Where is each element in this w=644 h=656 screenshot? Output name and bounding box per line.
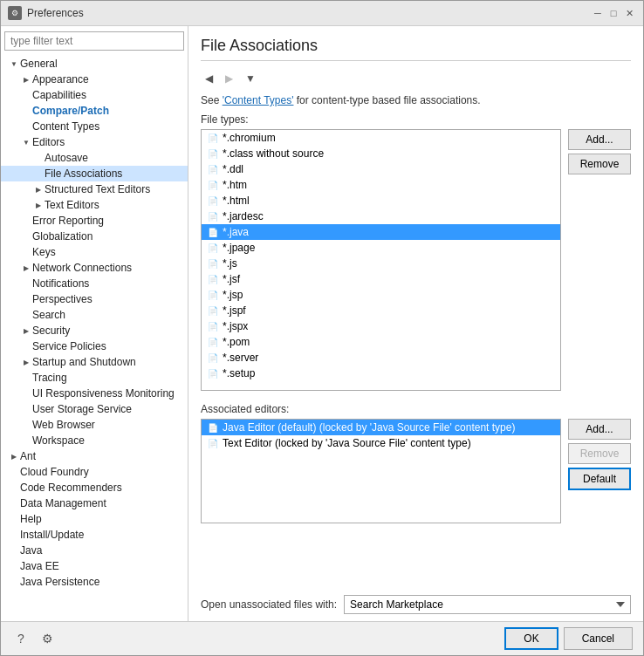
tree-item-autosave[interactable]: Autosave <box>1 150 188 166</box>
tree-item-file-associations[interactable]: File Associations <box>1 166 188 181</box>
file-type-icon: 📄 <box>207 147 219 160</box>
file-type-icon: 📄 <box>207 226 219 238</box>
assoc-editor-item[interactable]: 📄Java Editor (default) (locked by 'Java … <box>202 420 560 435</box>
back-button[interactable]: ◀ <box>201 70 217 87</box>
tree-label-compare-patch: Compare/Patch <box>32 105 109 117</box>
app-icon: ⚙ <box>8 6 22 20</box>
tree-item-notifications[interactable]: Notifications <box>1 276 188 291</box>
file-type-item[interactable]: 📄*.jsf <box>202 271 560 287</box>
tree-item-error-reporting[interactable]: Error Reporting <box>1 213 188 229</box>
tree-item-help[interactable]: Help <box>1 511 188 527</box>
file-type-item[interactable]: 📄*.html <box>202 193 560 208</box>
bottom-row: Open unassociated files with: Search Mar… <box>201 588 631 614</box>
file-remove-button[interactable]: Remove <box>568 154 631 174</box>
assoc-editor-item[interactable]: 📄Text Editor (locked by 'Java Source Fil… <box>202 435 560 451</box>
file-type-item[interactable]: 📄*.jpage <box>202 240 560 256</box>
file-add-button[interactable]: Add... <box>568 129 631 150</box>
tree-item-security[interactable]: ▶Security <box>1 323 188 338</box>
tree-item-content-types[interactable]: Content Types <box>1 119 188 134</box>
tree-item-general[interactable]: ▼General <box>1 56 188 72</box>
file-type-item[interactable]: 📄*.jspf <box>202 303 560 318</box>
assoc-label: Associated editors: <box>201 403 631 415</box>
tree-item-user-storage[interactable]: User Storage Service <box>1 401 188 417</box>
tree-item-search[interactable]: Search <box>1 307 188 323</box>
tree-item-startup-shutdown[interactable]: ▶Startup and Shutdown <box>1 354 188 370</box>
open-unassoc-dropdown[interactable]: Search MarketplaceAsk via popupSystem Ed… <box>344 595 631 614</box>
tree-arrow-structured-text-editors: ▶ <box>32 186 45 194</box>
forward-button[interactable]: ▶ <box>221 70 237 87</box>
file-type-label: *.jsp <box>223 289 243 301</box>
help-icon: ? <box>17 632 24 646</box>
filter-input[interactable] <box>4 31 184 51</box>
tree-item-globalization[interactable]: Globalization <box>1 229 188 244</box>
tree-label-keys: Keys <box>32 246 56 258</box>
tree-item-code-recommenders[interactable]: Code Recommenders <box>1 480 188 495</box>
content-area: ▼General▶AppearanceCapabilitiesCompare/P… <box>1 26 643 621</box>
minimize-button[interactable]: ─ <box>591 6 605 20</box>
tree-label-user-storage: User Storage Service <box>32 403 132 415</box>
settings-icon-button[interactable]: ⚙ <box>38 629 57 648</box>
ok-button[interactable]: OK <box>504 627 558 650</box>
file-type-item[interactable]: 📄*.ddl <box>202 161 560 177</box>
assoc-add-button[interactable]: Add... <box>568 419 631 440</box>
left-panel: ▼General▶AppearanceCapabilitiesCompare/P… <box>1 26 188 621</box>
cancel-button[interactable]: Cancel <box>564 627 633 650</box>
file-type-item[interactable]: 📄*.htm <box>202 177 560 193</box>
file-types-buttons: Add... Remove <box>568 129 631 391</box>
tree-item-service-policies[interactable]: Service Policies <box>1 338 188 354</box>
file-type-item[interactable]: 📄*.setup <box>202 366 560 381</box>
file-type-item[interactable]: 📄*.jsp <box>202 287 560 303</box>
file-type-item[interactable]: 📄*.js <box>202 256 560 271</box>
tree-item-install-update[interactable]: Install/Update <box>1 527 188 543</box>
file-type-item[interactable]: 📄*.pom <box>202 334 560 350</box>
dropdown-nav-button[interactable]: ▼ <box>241 70 260 87</box>
tree-item-cloud-foundry[interactable]: Cloud Foundry <box>1 464 188 480</box>
file-type-item[interactable]: 📄*.class without source <box>202 146 560 161</box>
tree-item-compare-patch[interactable]: Compare/Patch <box>1 103 188 119</box>
tree-item-structured-text-editors[interactable]: ▶Structured Text Editors <box>1 181 188 197</box>
assoc-list[interactable]: 📄Java Editor (default) (locked by 'Java … <box>201 419 561 523</box>
content-types-link[interactable]: 'Content Types' <box>223 94 294 106</box>
file-type-item[interactable]: 📄*.server <box>202 350 560 366</box>
file-type-label: *.chromium <box>223 132 276 144</box>
tree-item-java-persistence[interactable]: Java Persistence <box>1 574 188 590</box>
file-type-item[interactable]: 📄*.jardesc <box>202 208 560 224</box>
page-title: File Associations <box>201 37 631 61</box>
tree-label-tracing: Tracing <box>32 372 67 384</box>
tree-item-keys[interactable]: Keys <box>1 244 188 260</box>
tree-item-text-editors[interactable]: ▶Text Editors <box>1 197 188 213</box>
nav-bar: ◀ ▶ ▼ <box>201 70 631 87</box>
file-type-item[interactable]: 📄*.java <box>202 224 560 240</box>
assoc-area: 📄Java Editor (default) (locked by 'Java … <box>201 419 631 530</box>
restore-button[interactable]: □ <box>606 6 620 20</box>
tree-label-notifications: Notifications <box>32 277 89 290</box>
close-button[interactable]: ✕ <box>622 6 636 20</box>
tree-item-appearance[interactable]: ▶Appearance <box>1 72 188 87</box>
assoc-editor-icon: 📄 <box>207 437 219 449</box>
tree-item-capabilities[interactable]: Capabilities <box>1 87 188 103</box>
file-type-label: *.js <box>223 257 237 270</box>
tree-item-perspectives[interactable]: Perspectives <box>1 291 188 307</box>
tree-item-workspace[interactable]: Workspace <box>1 433 188 448</box>
file-types-list[interactable]: 📄*.chromium📄*.class without source📄*.ddl… <box>201 129 561 391</box>
help-button[interactable]: ? <box>11 629 31 648</box>
file-type-label: *.server <box>223 352 258 364</box>
assoc-default-button[interactable]: Default <box>568 468 631 490</box>
tree-item-ant[interactable]: ▶Ant <box>1 448 188 464</box>
file-types-label: File types: <box>201 113 631 126</box>
tree-item-ui-responsiveness[interactable]: UI Responsiveness Monitoring <box>1 386 188 401</box>
file-type-icon: 📄 <box>207 195 219 207</box>
tree-item-network-connections[interactable]: ▶Network Connections <box>1 260 188 276</box>
tree-item-editors[interactable]: ▼Editors <box>1 134 188 150</box>
tree-item-tracing[interactable]: Tracing <box>1 370 188 386</box>
tree-label-startup-shutdown: Startup and Shutdown <box>32 356 136 368</box>
assoc-remove-button[interactable]: Remove <box>568 443 631 464</box>
file-type-item[interactable]: 📄*.jspx <box>202 318 560 334</box>
tree-item-java[interactable]: Java <box>1 543 188 558</box>
tree-item-data-management[interactable]: Data Management <box>1 495 188 511</box>
file-type-item[interactable]: 📄*.chromium <box>202 130 560 146</box>
tree-item-java-ee[interactable]: Java EE <box>1 558 188 574</box>
tree-arrow-text-editors: ▶ <box>32 202 45 209</box>
tree-label-ui-responsiveness: UI Responsiveness Monitoring <box>32 387 175 400</box>
tree-item-web-browser[interactable]: Web Browser <box>1 417 188 433</box>
